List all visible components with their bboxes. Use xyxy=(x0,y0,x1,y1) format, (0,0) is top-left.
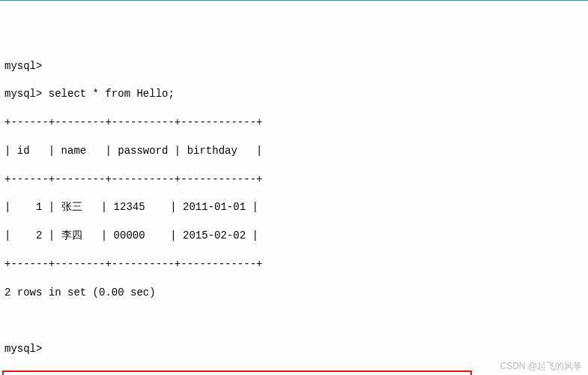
table1-border-bot: +------+--------+----------+------------… xyxy=(4,257,584,272)
result-1: 2 rows in set (0.00 sec) xyxy=(4,286,584,300)
sql-query-1: mysql> select * from Hello; xyxy=(4,87,584,101)
table1-header: | id | name | password | birthday | xyxy=(4,144,584,158)
mysql-prompt: mysql> xyxy=(4,342,584,356)
table1-row2: | 2 | 李四 | 00000 | 2015-02-02 | xyxy=(4,229,584,243)
highlighted-alter-statement: mysql> alter table Hello add image_path … xyxy=(2,370,472,375)
table1-border-mid: +------+--------+----------+------------… xyxy=(4,172,584,187)
watermark-bottom-right: CSDN @起飞的风筝 xyxy=(500,360,582,372)
table1-row1: | 1 | 张三 | 12345 | 2011-01-01 | xyxy=(4,200,584,214)
mysql-prompt: mysql> xyxy=(4,59,584,74)
table1-border-top: +------+--------+----------+------------… xyxy=(4,116,584,130)
